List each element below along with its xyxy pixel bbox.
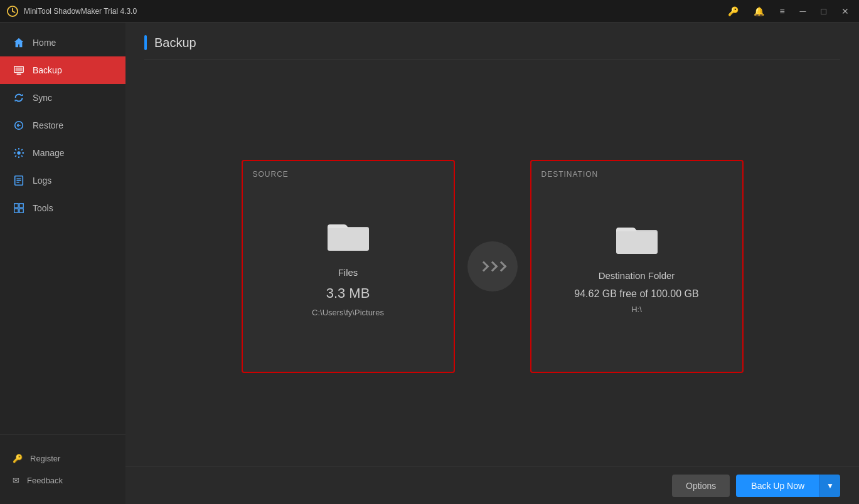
window-controls: 🔑 🔔 ≡ ─ □ ✕ (724, 5, 853, 18)
source-size: 3.3 MB (326, 285, 370, 302)
sidebar-item-restore[interactable]: Restore (0, 112, 125, 139)
source-path: C:\Users\fy\Pictures (312, 308, 384, 317)
tools-icon (13, 202, 25, 214)
sidebar-label-manage: Manage (33, 148, 65, 158)
titlebar: MiniTool ShadowMaker Trial 4.3.0 🔑 🔔 ≡ ─… (0, 0, 859, 23)
source-name: Files (338, 267, 358, 278)
backup-icon (13, 64, 25, 76)
minimize-button[interactable]: ─ (796, 5, 810, 18)
maximize-button[interactable]: □ (818, 5, 830, 18)
backup-now-button[interactable]: Back Up Now (736, 475, 819, 497)
main-content: Backup SOURCE Files 3.3 MB C:\Use (125, 23, 859, 466)
svg-rect-10 (14, 204, 18, 207)
app-title: MiniTool ShadowMaker Trial 4.3.0 (24, 7, 724, 16)
key-icon[interactable]: 🔑 (724, 5, 742, 18)
svg-rect-17 (616, 231, 658, 254)
page-header: Backup (144, 35, 840, 60)
sync-icon (13, 92, 25, 104)
sidebar-item-sync[interactable]: Sync (0, 84, 125, 112)
chevron-arrows (480, 263, 505, 270)
sidebar-label-sync: Sync (33, 93, 52, 103)
feedback-label: Feedback (27, 476, 63, 485)
backup-button-group: Back Up Now ▼ (736, 475, 840, 497)
source-card[interactable]: SOURCE Files 3.3 MB C:\Users\fy\Pictures (242, 160, 455, 373)
arrow-connector (467, 241, 518, 291)
svg-rect-15 (328, 228, 369, 251)
sidebar-item-tools[interactable]: Tools (0, 194, 125, 222)
sidebar-label-logs: Logs (33, 176, 51, 186)
logs-icon (13, 174, 25, 187)
svg-rect-12 (14, 209, 18, 213)
sidebar-item-register[interactable]: 🔑 Register (0, 448, 125, 470)
close-button[interactable]: ✕ (838, 5, 853, 18)
key-icon: 🔑 (13, 454, 23, 463)
sidebar: Home Backup Sync (0, 23, 125, 504)
source-label: SOURCE (253, 170, 289, 179)
home-icon (13, 36, 25, 49)
sidebar-label-tools: Tools (33, 203, 53, 213)
app-body: Home Backup Sync (0, 23, 859, 504)
bell-icon[interactable]: 🔔 (750, 5, 768, 18)
svg-rect-3 (16, 73, 21, 75)
svg-rect-2 (16, 68, 23, 71)
sidebar-bottom: 🔑 Register ✉ Feedback (0, 434, 125, 504)
sidebar-item-feedback[interactable]: ✉ Feedback (0, 470, 125, 491)
destination-label: DESTINATION (542, 170, 599, 179)
backup-dropdown-button[interactable]: ▼ (819, 475, 840, 497)
chevron-3 (496, 261, 506, 272)
svg-point-5 (17, 151, 20, 154)
svg-rect-11 (19, 204, 23, 207)
destination-card[interactable]: DESTINATION Destination Folder 94.62 GB … (530, 160, 744, 373)
sidebar-label-backup: Backup (33, 65, 62, 75)
source-folder-icon (326, 216, 370, 255)
sidebar-label-restore: Restore (33, 120, 63, 130)
sidebar-nav: Home Backup Sync (0, 23, 125, 434)
sidebar-item-manage[interactable]: Manage (0, 139, 125, 167)
destination-name: Destination Folder (599, 270, 675, 281)
sidebar-label-home: Home (33, 38, 56, 48)
sidebar-item-logs[interactable]: Logs (0, 167, 125, 194)
page-title: Backup (154, 36, 196, 50)
options-button[interactable]: Options (672, 475, 730, 497)
bottom-bar: Options Back Up Now ▼ (125, 466, 859, 504)
sidebar-item-home[interactable]: Home (0, 29, 125, 56)
svg-rect-13 (19, 209, 23, 213)
destination-path: H:\ (631, 305, 642, 314)
manage-icon (13, 147, 25, 159)
register-label: Register (30, 454, 60, 463)
destination-folder-icon (615, 219, 659, 258)
menu-icon[interactable]: ≡ (776, 5, 788, 18)
app-logo (6, 5, 19, 18)
sidebar-item-backup[interactable]: Backup (0, 56, 125, 84)
header-accent-bar (144, 35, 147, 50)
destination-free: 94.62 GB free of 100.00 GB (574, 288, 698, 300)
restore-icon (13, 119, 25, 132)
backup-area: SOURCE Files 3.3 MB C:\Users\fy\Pictures (144, 79, 840, 454)
mail-icon: ✉ (13, 476, 19, 485)
